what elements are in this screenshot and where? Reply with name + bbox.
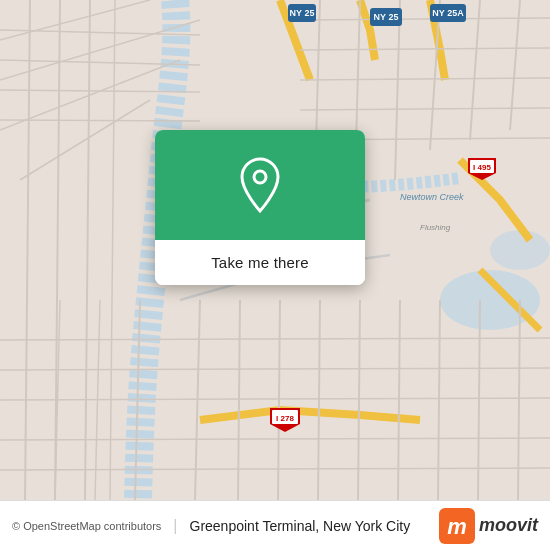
- map-container: NY 25 NY 25 NY 25A I 278 I 495 Newtown C…: [0, 0, 550, 500]
- osm-attribution: © OpenStreetMap contributors: [12, 520, 161, 532]
- svg-text:m: m: [447, 514, 467, 539]
- location-title: Greenpoint Terminal, New York City: [190, 518, 411, 534]
- svg-point-55: [254, 171, 266, 183]
- moovit-icon: m: [439, 508, 475, 544]
- footer: © OpenStreetMap contributors | Greenpoin…: [0, 500, 550, 550]
- svg-point-2: [490, 230, 550, 270]
- svg-text:Flushing: Flushing: [420, 223, 451, 232]
- location-pin-icon: [236, 157, 284, 213]
- footer-left: © OpenStreetMap contributors | Greenpoin…: [12, 517, 410, 535]
- svg-text:NY 25: NY 25: [374, 12, 399, 22]
- popup-card: Take me there: [155, 130, 365, 285]
- svg-text:NY 25A: NY 25A: [432, 8, 464, 18]
- svg-text:NY 25: NY 25: [290, 8, 315, 18]
- svg-line-10: [0, 120, 200, 121]
- moovit-wordmark: moovit: [479, 515, 538, 536]
- svg-text:I 495: I 495: [473, 163, 491, 172]
- take-me-there-button[interactable]: Take me there: [155, 240, 365, 285]
- moovit-logo: m moovit: [439, 508, 538, 544]
- svg-text:I 278: I 278: [276, 414, 294, 423]
- popup-top-banner: [155, 130, 365, 240]
- svg-text:Newtown Creek: Newtown Creek: [400, 192, 464, 202]
